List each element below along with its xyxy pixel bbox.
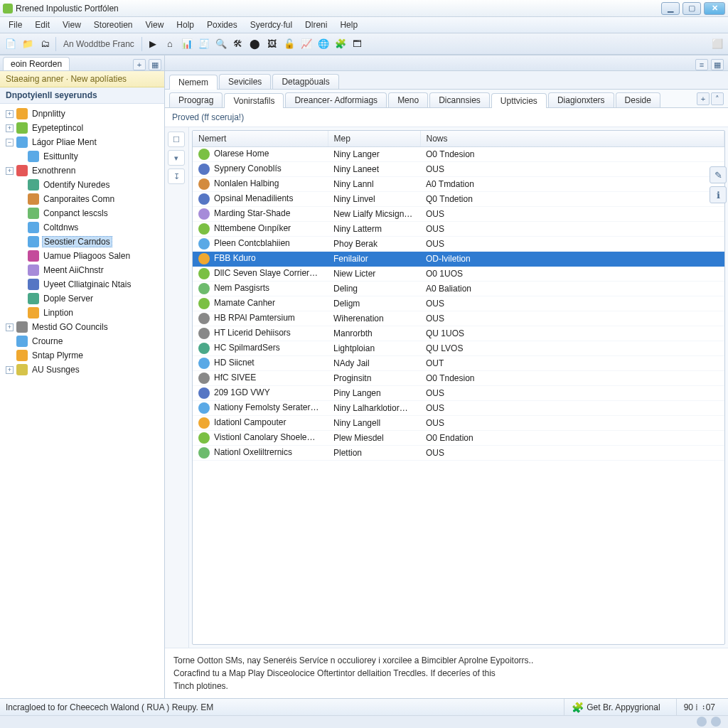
left-tab-grid-button[interactable]: ▦ bbox=[149, 59, 161, 70]
menu-syerdcy·ful[interactable]: Syerdcy·ful bbox=[245, 18, 298, 31]
toolbar-btn-6[interactable]: 🧾 bbox=[196, 36, 212, 52]
toolbar-btn-4[interactable]: ⌂ bbox=[162, 36, 178, 52]
menu-dlreni[interactable]: Dlreni bbox=[299, 18, 333, 31]
toolbar-right-btn[interactable]: ⬜ bbox=[710, 36, 725, 52]
table-row[interactable]: Opsinal MenadilientsNiny LinvelQ0 Tndeti… bbox=[193, 192, 724, 207]
tree-item[interactable]: +Mestid GO Councils bbox=[1, 320, 163, 334]
tab-detagpöuals[interactable]: Detagpöuals bbox=[272, 74, 338, 89]
subtab-diagionxters[interactable]: Diagionxters bbox=[548, 92, 614, 107]
table-row[interactable]: Nttembene OınpíkerNiny LattermOUS bbox=[193, 222, 724, 237]
minimize-button[interactable]: ▁ bbox=[661, 2, 680, 15]
toolbar-btn-3[interactable]: ▶ bbox=[145, 36, 161, 52]
menu-poxides[interactable]: Poxides bbox=[201, 18, 243, 31]
tree-item[interactable]: Seostier Carndos bbox=[1, 235, 163, 249]
col-mep[interactable]: Mep bbox=[328, 131, 420, 147]
tree-expander-icon[interactable]: + bbox=[6, 366, 14, 374]
table-row[interactable]: Nationl OxeliltrernicsPlettionOUS bbox=[193, 446, 724, 461]
table-row[interactable]: DlIC Seven Slaye Corrier…Niew LicterO0 1… bbox=[193, 267, 724, 282]
toolbar-btn-15[interactable]: 🗔 bbox=[350, 36, 365, 52]
subtab-ctrl-0[interactable]: + bbox=[697, 92, 710, 105]
table-row[interactable]: 209 1GD VWYPiny LangenOUS bbox=[193, 386, 724, 401]
tree-item[interactable]: Odentify Nuredes bbox=[1, 178, 163, 192]
table-row[interactable]: HT Licerid DehiisorsManrorbthQU 1UOS bbox=[193, 326, 724, 341]
menu-help[interactable]: Help bbox=[334, 18, 363, 31]
tree-item[interactable]: −Lágor Pliae Ment bbox=[1, 135, 163, 149]
subtab-dreancer- adformiags[interactable]: Dreancer- Adformiags bbox=[285, 92, 387, 107]
subtab-meno[interactable]: Meno bbox=[388, 92, 428, 107]
tree-item[interactable]: Sntap Plyrme bbox=[1, 348, 163, 363]
col-nows[interactable]: Nows bbox=[420, 131, 724, 147]
subtab-dicannsies[interactable]: Dicannsies bbox=[429, 92, 490, 107]
menu-storeotien[interactable]: Storeotien bbox=[88, 18, 139, 31]
table-row[interactable]: FBB KduroFenilailorOD-Iviletion bbox=[193, 252, 724, 267]
menu-view[interactable]: View bbox=[57, 18, 87, 31]
table-row[interactable]: HfC SIVEEProginsitnO0 Tndesion bbox=[193, 371, 724, 386]
toolbar-btn-9[interactable]: ⬤ bbox=[247, 36, 263, 52]
table-row[interactable]: HB RPAl PamtersiumWiherenationOUS bbox=[193, 311, 724, 326]
tree-item[interactable]: +Exnothrenn bbox=[1, 164, 163, 178]
toolbar-btn-2[interactable]: 🗂 bbox=[37, 36, 53, 52]
table-row[interactable]: Nem PasgisrtsDelingA0 Baliation bbox=[193, 282, 724, 296]
tree-item[interactable]: Linption bbox=[1, 306, 163, 320]
tree-expander-icon[interactable]: + bbox=[6, 124, 14, 132]
subtab-vonirstafils[interactable]: Vonirstafils bbox=[224, 93, 284, 108]
subtab-proograg[interactable]: Proograg bbox=[169, 92, 223, 107]
tree-item[interactable]: Dople Server bbox=[1, 291, 163, 306]
tree-item[interactable]: +Dnpnlitty bbox=[1, 107, 163, 121]
tree-expander-icon[interactable]: − bbox=[6, 139, 14, 146]
left-tab-main[interactable]: eoin Reorden bbox=[3, 57, 70, 70]
toolbar-btn-12[interactable]: 📈 bbox=[299, 36, 314, 52]
tree-item[interactable]: Meent AiiChnstr bbox=[1, 263, 163, 277]
toolbar-btn-11[interactable]: 🔓 bbox=[282, 36, 297, 52]
subtab-upttvicies[interactable]: Upttvicies bbox=[491, 93, 547, 108]
table-row[interactable]: Nationy Femolsty Serater…Niny Lalharklot… bbox=[193, 401, 724, 416]
mini-toolbar-btn-0[interactable]: ☐ bbox=[168, 132, 185, 147]
table-row[interactable]: Mamate CanherDeligmOUS bbox=[193, 296, 724, 311]
menu-edit[interactable]: Edit bbox=[29, 18, 55, 31]
toolbar-btn-1[interactable]: 📁 bbox=[20, 36, 36, 52]
table-row[interactable]: Vistionl Canolary Shoele…Plew MiesdelO0 … bbox=[193, 431, 724, 446]
col-nemert[interactable]: Nemert bbox=[193, 131, 328, 147]
tree-item[interactable]: Esittunlty bbox=[1, 149, 163, 164]
table-row[interactable]: Pleen ContcblahiienPhoy BerakOUS bbox=[193, 237, 724, 252]
tree-item[interactable]: Uyeet Clliatginaic Ntais bbox=[1, 277, 163, 291]
tray-icon-2[interactable] bbox=[711, 717, 721, 727]
left-tab-add-button[interactable]: + bbox=[133, 59, 146, 70]
mini-toolbar-btn-1[interactable]: ▾ bbox=[168, 150, 185, 166]
tree-item[interactable]: Crourne bbox=[1, 334, 163, 348]
gutter-btn-0[interactable]: ✎ bbox=[710, 166, 727, 183]
table-row[interactable]: HC SpilmardSersLightploianQU LVOS bbox=[193, 341, 724, 356]
status-right1[interactable]: 🧩 Get Br. Appygrional bbox=[564, 699, 667, 715]
table-row[interactable]: Nonlalen HalbingNiny LannlA0 Tmdation bbox=[193, 177, 724, 192]
subtab-deside[interactable]: Deside bbox=[616, 92, 660, 107]
table-row[interactable]: Olarese HomeNiny LangerO0 Tndesion bbox=[193, 147, 724, 162]
table-row[interactable]: Sypnery ConoblísNiny LaneetOUS bbox=[193, 162, 724, 177]
tab-seviciles[interactable]: Seviciles bbox=[219, 74, 271, 89]
tree-item[interactable]: Canporaites Comn bbox=[1, 192, 163, 206]
tray-icon-1[interactable] bbox=[697, 717, 707, 727]
maximize-button[interactable]: ▢ bbox=[682, 2, 701, 15]
menu-holp[interactable]: Holp bbox=[171, 18, 200, 31]
toolbar-btn-8[interactable]: 🛠 bbox=[230, 36, 246, 52]
toolbar-btn-10[interactable]: 🖼 bbox=[264, 36, 280, 52]
tree-item[interactable]: Coltdnws bbox=[1, 220, 163, 235]
table-row[interactable]: Marding Star-ShadeNew Lialfy Micsign…OUS bbox=[193, 207, 724, 222]
menu-view[interactable]: View bbox=[140, 18, 170, 31]
mini-toolbar-btn-2[interactable]: ↧ bbox=[168, 168, 185, 184]
toolbar-btn-5[interactable]: 📊 bbox=[179, 36, 195, 52]
subtab-ctrl-1[interactable]: ˄ bbox=[711, 92, 724, 105]
tree-item[interactable]: Uamue Pliagoos Salen bbox=[1, 249, 163, 263]
tab-nemem[interactable]: Nemem bbox=[169, 75, 218, 90]
rp-mini-menu-icon[interactable]: ≡ bbox=[695, 59, 708, 70]
rp-mini-grid-icon[interactable]: ▦ bbox=[711, 59, 724, 70]
menu-file[interactable]: File bbox=[3, 18, 28, 31]
tree-item[interactable]: +AU Susnges bbox=[1, 363, 163, 377]
tree-item[interactable]: Conpanct lescsls bbox=[1, 206, 163, 220]
table-row[interactable]: Idationl CampouterNiny LangellOUS bbox=[193, 416, 724, 431]
close-button[interactable]: ✕ bbox=[704, 2, 725, 15]
tree-item[interactable]: +Eypeteptincol bbox=[1, 121, 163, 135]
toolbar-btn-0[interactable]: 📄 bbox=[3, 36, 18, 52]
tree-expander-icon[interactable]: + bbox=[6, 110, 14, 118]
table-row[interactable]: HD SiicnetNAdy JailOUT bbox=[193, 356, 724, 371]
tree-expander-icon[interactable]: + bbox=[6, 167, 14, 175]
